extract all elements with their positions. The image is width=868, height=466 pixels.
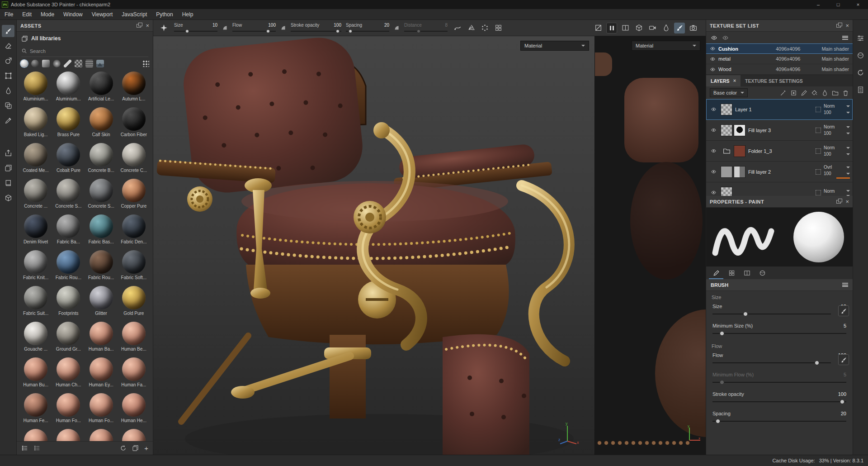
slider-track[interactable] <box>291 29 341 33</box>
viewport-3d[interactable]: Material <box>153 36 595 455</box>
shader-settings-icon[interactable] <box>855 50 866 61</box>
add-resource-button[interactable]: + <box>144 444 148 452</box>
pressure-falloff-icon[interactable] <box>280 25 286 31</box>
layer-row[interactable]: Fill layer 2 Ovrl 100 <box>706 162 853 182</box>
asset-item[interactable]: Concrete ... <box>20 179 51 214</box>
tab-texture-set-settings[interactable]: TEXTURE SET SETTINGS <box>741 75 807 86</box>
isolate-eye-icon[interactable] <box>722 34 729 41</box>
blend-mode-dropdown[interactable]: Ovrl <box>824 165 850 170</box>
slider-track[interactable] <box>404 29 448 33</box>
asset-item[interactable]: Glitter <box>86 286 117 322</box>
toolbar-size-slider[interactable]: Size10 <box>174 23 217 33</box>
pause-engine-button[interactable] <box>606 23 617 33</box>
stencil-visibility-icon[interactable] <box>593 23 604 33</box>
materials-filter-icon[interactable] <box>20 60 28 67</box>
layer-visibility-icon[interactable] <box>709 169 718 175</box>
layer-thumbnail[interactable] <box>734 166 745 178</box>
layer-mask-icon[interactable] <box>816 169 821 175</box>
asset-item[interactable]: Aluminium... <box>20 71 51 107</box>
asset-item[interactable]: Human Fa... <box>118 357 149 393</box>
asset-item[interactable]: Fabric Suit... <box>20 286 51 322</box>
layer-color-thumbnail[interactable] <box>734 145 745 157</box>
search-input[interactable] <box>30 48 148 54</box>
display-settings-icon[interactable] <box>855 33 866 43</box>
eraser-tool-icon[interactable] <box>2 40 14 52</box>
tab-brush-properties[interactable] <box>709 267 723 279</box>
layer-visibility-icon[interactable] <box>709 148 718 154</box>
minimize-button[interactable]: – <box>808 0 828 9</box>
radial-symmetry-icon[interactable] <box>479 23 490 33</box>
asset-item[interactable]: Brass Pure <box>53 107 84 143</box>
smudge-tool-icon[interactable] <box>2 85 14 97</box>
add-fill-layer-icon[interactable] <box>811 90 818 96</box>
alphas-filter-icon[interactable] <box>75 60 82 67</box>
filters-filter-icon[interactable] <box>53 60 61 67</box>
viewport-2d[interactable]: Material y x <box>595 36 706 455</box>
menu-viewport[interactable]: Viewport <box>87 9 117 19</box>
log-icon[interactable] <box>855 84 866 95</box>
asset-item[interactable]: Fabric Soft... <box>118 250 149 286</box>
quick-export-icon[interactable] <box>2 147 14 159</box>
add-group-folder-icon[interactable] <box>832 90 839 96</box>
slider-knob[interactable] <box>266 29 270 33</box>
environments-filter-icon[interactable] <box>96 60 104 67</box>
layer-thumbnail[interactable] <box>721 166 732 178</box>
layer-mask-icon[interactable] <box>816 190 821 195</box>
asset-item[interactable]: Fabric Rou... <box>86 250 117 286</box>
pen-pressure-toggle[interactable] <box>838 305 849 316</box>
brushes-filter-icon[interactable] <box>64 60 71 67</box>
asset-item[interactable]: Baked Lig... <box>20 107 51 143</box>
asset-item[interactable]: Human Fe... <box>20 393 51 429</box>
parameter-slider-knob[interactable] <box>720 380 724 385</box>
parameter-slider-track[interactable] <box>712 380 846 385</box>
asset-item[interactable]: Concrete C... <box>118 143 149 179</box>
undock-panel-icon[interactable] <box>137 24 141 28</box>
menu-help[interactable]: Help <box>178 9 198 19</box>
texture-set-row[interactable]: Wood 4096x4096 Main shader <box>706 64 853 75</box>
detail-view-icon[interactable] <box>33 445 40 452</box>
close-panel-icon[interactable]: × <box>845 23 849 29</box>
add-paint-layer-icon[interactable] <box>801 90 807 96</box>
opacity-dropdown[interactable]: 100 <box>824 131 850 136</box>
asset-item[interactable]: Human Bu... <box>20 357 51 393</box>
parameter-slider-track[interactable] <box>712 418 846 424</box>
screenshot-camera-icon[interactable] <box>688 23 698 33</box>
asset-item[interactable]: Fabric Bas... <box>86 214 117 250</box>
blend-mode-dropdown[interactable]: Norm <box>824 145 850 150</box>
parameter-slider-track[interactable] <box>712 331 846 336</box>
asset-item[interactable]: Carbon Fiber <box>118 107 149 143</box>
parameter-slider-track[interactable] <box>712 360 831 366</box>
toolbar-distance-slider[interactable]: Distance8 <box>404 23 448 33</box>
visibility-eye-icon[interactable] <box>710 56 716 62</box>
projection-tool-icon[interactable] <box>2 55 14 67</box>
visibility-eye-icon[interactable] <box>710 46 716 52</box>
asset-item[interactable]: Artificial Le... <box>86 71 117 107</box>
param-size[interactable]: Size10 <box>706 301 853 320</box>
param-minimum-size-[interactable]: Minimum Size (%)5 <box>706 320 853 340</box>
maximize-button[interactable]: □ <box>828 0 848 9</box>
layer-mask-icon[interactable] <box>816 148 821 154</box>
menu-mode[interactable]: Mode <box>36 9 59 19</box>
list-view-icon[interactable] <box>21 445 28 452</box>
asset-item[interactable]: Human Ch... <box>53 357 84 393</box>
new-resource-icon[interactable] <box>132 445 139 452</box>
material-picker-tool-icon[interactable] <box>2 114 14 127</box>
asset-item[interactable]: Human Ba... <box>86 322 117 357</box>
asset-item[interactable] <box>53 429 84 441</box>
opacity-dropdown[interactable]: 100 <box>824 171 850 176</box>
tab-alpha-properties[interactable] <box>724 267 739 279</box>
slider-track[interactable] <box>174 29 217 33</box>
layer-visibility-icon[interactable] <box>709 106 718 112</box>
asset-item[interactable] <box>86 429 117 441</box>
asset-item[interactable]: Autumn L... <box>118 71 149 107</box>
layer-thumbnail[interactable] <box>721 124 732 136</box>
lazy-mouse-icon[interactable] <box>452 23 463 33</box>
asset-item[interactable]: Cobalt Pure <box>53 143 84 179</box>
add-mask-icon[interactable] <box>790 90 797 96</box>
tab-stencil-properties[interactable] <box>740 267 754 279</box>
param-stroke-opacity[interactable]: Stroke opacity100 <box>706 389 853 408</box>
param-spacing[interactable]: Spacing20 <box>706 408 853 428</box>
asset-item[interactable]: Ground Gr... <box>53 322 84 357</box>
show-all-eye-icon[interactable] <box>711 34 717 41</box>
add-smart-material-icon[interactable] <box>821 90 828 96</box>
